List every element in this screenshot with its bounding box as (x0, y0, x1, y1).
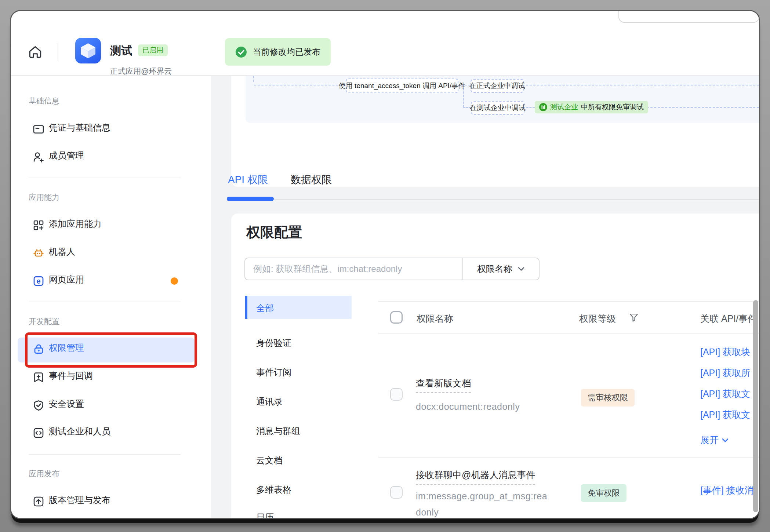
publish-status-banner: 当前修改均已发布 (225, 38, 331, 66)
row-checkbox[interactable] (390, 388, 403, 401)
category-item-docs[interactable]: 云文档 (256, 455, 283, 466)
flow-node-test: 在测试企业中调试 (471, 101, 524, 115)
tab-active-indicator (227, 197, 274, 201)
permission-name[interactable]: 查看新版文档 (416, 377, 471, 393)
api-link[interactable]: [API] 获取所 (700, 367, 759, 379)
sidebar-divider (29, 454, 181, 455)
credential-card-icon (32, 123, 45, 135)
home-icon[interactable] (28, 45, 43, 59)
add-capability-icon (32, 219, 45, 232)
sidebar-section-capabilities: 应用能力 (29, 192, 59, 203)
security-shield-icon (32, 399, 45, 412)
member-add-icon (32, 151, 45, 163)
sidebar-section-basic: 基础信息 (29, 96, 59, 106)
svg-text:e: e (36, 277, 40, 285)
category-item-contacts[interactable]: 通讯录 (256, 396, 283, 408)
col-header-level: 权限等级 (579, 313, 616, 325)
api-link[interactable]: [API] 获取块 (700, 346, 759, 358)
app-title: 测试 (110, 43, 132, 58)
level-badge-free: 免审权限 (581, 484, 626, 502)
category-item-calendar[interactable]: 日历 (256, 511, 274, 518)
annotation-red-box (25, 332, 197, 368)
sidebar-item-version-release[interactable]: 版本管理与发布 (49, 494, 110, 506)
expand-link[interactable]: 展开 (700, 434, 729, 446)
desktop-background: 测试 已启用 正式应用@环界云 当前修改均已发布 使用 tenant_acces… (0, 0, 770, 532)
category-item-messages[interactable]: 消息与群组 (256, 425, 300, 437)
category-item-auth[interactable]: 身份验证 (256, 337, 291, 349)
category-active-bar (245, 296, 247, 319)
row-checkbox[interactable] (390, 486, 403, 499)
table-top-divider (378, 301, 759, 302)
sidebar-item-members[interactable]: 成员管理 (49, 150, 84, 161)
app-icon[interactable] (75, 38, 101, 63)
filter-dropdown[interactable]: 权限名称 (462, 258, 540, 280)
sidebar-item-add-capability[interactable]: 添加应用能力 (49, 218, 102, 230)
flow-node-token: 使用 tenant_access_token 调用 API/事件 (346, 79, 458, 93)
sidebar-item-events[interactable]: 事件与回调 (49, 370, 93, 382)
api-link[interactable]: [API] 获取文 (700, 388, 759, 400)
header-divider (58, 43, 58, 61)
sidebar-divider (29, 178, 181, 178)
flow-connector (254, 85, 346, 85)
search-input[interactable]: 例如: 获取群组信息、im:chat:readonly (244, 258, 463, 280)
chevron-down-icon (517, 266, 525, 272)
release-upload-icon (32, 495, 45, 508)
sidebar-item-test-org[interactable]: 测试企业和人员 (49, 426, 110, 437)
col-header-name: 权限名称 (417, 313, 453, 325)
permission-scope: docx:document:readonly (416, 401, 520, 412)
panel-title: 权限配置 (246, 223, 302, 242)
filter-funnel-icon[interactable] (629, 313, 639, 323)
category-item-all[interactable]: 全部 (256, 302, 274, 314)
web-app-icon: e (32, 275, 45, 287)
filter-dropdown-label: 权限名称 (477, 263, 512, 275)
level-badge-review: 需审核权限 (581, 389, 635, 407)
app-subtitle: 正式应用@环界云 (110, 66, 172, 76)
event-link[interactable]: [事件] 接收消 (700, 484, 759, 496)
publish-banner-text: 当前修改均已发布 (253, 46, 320, 58)
row-divider (378, 457, 759, 458)
sidebar-section-release: 应用发布 (29, 469, 59, 479)
flow-node-prod: 在正式企业中调试 (471, 79, 524, 93)
sidebar-item-credentials[interactable]: 凭证与基础信息 (49, 122, 110, 134)
app-window: 测试 已启用 正式应用@环界云 当前修改均已发布 使用 tenant_acces… (11, 11, 759, 518)
status-badge: 已启用 (138, 44, 168, 56)
tab-api-permissions[interactable]: API 权限 (228, 173, 268, 187)
warning-dot (171, 277, 178, 285)
sidebar-item-bot[interactable]: 机器人 (49, 246, 75, 258)
check-circle-icon (235, 46, 247, 58)
scrollbar-thumb[interactable] (753, 300, 758, 512)
api-link[interactable]: [API] 获取文 (700, 409, 759, 421)
permission-scope: im:message.group_at_msg:readonly (416, 488, 551, 518)
search-placeholder: 例如: 获取群组信息、im:chat:readonly (253, 263, 402, 275)
flow-badge-org[interactable]: 测试企业 (550, 102, 578, 112)
category-item-event-sub[interactable]: 事件订阅 (256, 367, 291, 378)
code-icon (32, 427, 45, 439)
sidebar-divider (29, 302, 181, 302)
sidebar-item-web-app[interactable]: 网页应用 (49, 274, 84, 285)
robot-icon (32, 247, 45, 259)
flow-badge-rest: 中所有权限免审调试 (581, 102, 644, 112)
permission-name[interactable]: 接收群聊中@机器人消息事件 (416, 469, 535, 485)
sidebar-item-security[interactable]: 安全设置 (49, 398, 84, 410)
select-all-checkbox[interactable] (390, 311, 403, 324)
floating-toolbar[interactable] (618, 11, 759, 23)
flow-badge-free-audit: 测试企业中所有权限免审调试 (535, 101, 648, 113)
chevron-down-icon (722, 438, 729, 443)
tab-data-permissions[interactable]: 数据权限 (291, 173, 332, 187)
expand-label: 展开 (700, 434, 719, 446)
sidebar-section-dev-config: 开发配置 (29, 316, 59, 327)
event-callback-icon (32, 371, 45, 383)
tab-underline-track (228, 199, 759, 200)
flow-connector (522, 85, 759, 85)
col-header-api: 关联 API/事件 (700, 313, 759, 325)
table-header-divider (378, 333, 759, 334)
org-icon (539, 103, 547, 111)
flow-connector (253, 76, 254, 82)
category-item-bitable[interactable]: 多维表格 (256, 484, 291, 496)
